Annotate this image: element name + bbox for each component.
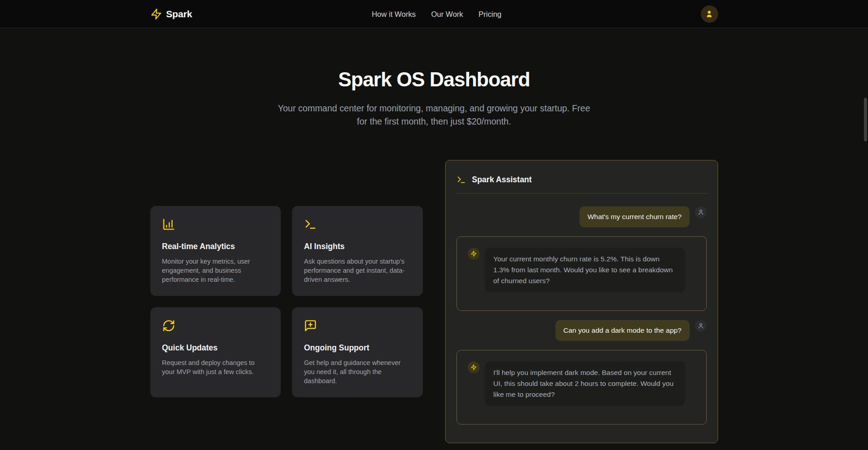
user-message-bubble: What's my current churn rate? <box>580 206 689 227</box>
spark-assistant-panel: Spark Assistant What's my current churn … <box>445 160 718 443</box>
spark-zap-icon <box>150 8 162 20</box>
feature-card-realtime-analytics[interactable]: Real-time Analytics Monitor your key met… <box>150 206 281 296</box>
terminal-icon <box>456 175 466 185</box>
feature-title: Real-time Analytics <box>162 242 269 251</box>
chat-message-assistant: I'll help you implement dark mode. Based… <box>456 350 707 425</box>
terminal-icon <box>304 218 411 231</box>
assistant-avatar-zap-icon <box>468 248 480 260</box>
nav-links: How it Works Our Work Pricing <box>372 10 501 18</box>
brand-name: Spark <box>166 9 192 20</box>
hero-section: Spark OS Dashboard Your command center f… <box>0 28 868 128</box>
message-square-plus-icon <box>304 319 411 332</box>
chat-message-assistant: Your current monthly churn rate is 5.2%.… <box>456 236 707 311</box>
feature-title: Ongoing Support <box>304 343 411 353</box>
nav-link-our-work[interactable]: Our Work <box>431 10 463 18</box>
feature-card-quick-updates[interactable]: Quick Updates Request and deploy changes… <box>150 307 281 397</box>
feature-card-ongoing-support[interactable]: Ongoing Support Get help and guidance wh… <box>292 307 423 397</box>
hero-subtitle: Your command center for monitoring, mana… <box>278 102 591 128</box>
top-nav: Spark How it Works Our Work Pricing <box>0 0 868 28</box>
refresh-icon <box>162 319 269 332</box>
account-avatar-button[interactable] <box>701 5 718 23</box>
feature-title: Quick Updates <box>162 343 269 353</box>
feature-card-ai-insights[interactable]: AI Insights Ask questions about your sta… <box>292 206 423 296</box>
nav-link-how-it-works[interactable]: How it Works <box>372 10 416 18</box>
main-content: Real-time Analytics Monitor your key met… <box>150 160 718 443</box>
chat-message-user: What's my current churn rate? <box>456 206 707 227</box>
feature-description: Ask questions about your startup's perfo… <box>304 257 411 284</box>
features-grid: Real-time Analytics Monitor your key met… <box>150 206 423 397</box>
scrollbar-thumb[interactable] <box>864 98 867 141</box>
user-message-bubble: Can you add a dark mode to the app? <box>556 320 689 341</box>
feature-description: Get help and guidance whenever you need … <box>304 358 411 385</box>
assistant-message-bubble: Your current monthly churn rate is 5.2%.… <box>485 248 685 292</box>
assistant-header: Spark Assistant <box>456 171 707 185</box>
page-title: Spark OS Dashboard <box>0 68 868 91</box>
assistant-message-bubble: I'll help you implement dark mode. Based… <box>485 361 685 406</box>
chat-messages: What's my current churn rate? Your curre… <box>456 206 707 425</box>
user-avatar <box>695 206 707 218</box>
bar-chart-icon <box>162 218 269 231</box>
chat-message-user: Can you add a dark mode to the app? <box>456 320 707 341</box>
feature-description: Request and deploy changes to your MVP w… <box>162 358 269 376</box>
nav-inner: Spark How it Works Our Work Pricing <box>150 0 718 28</box>
user-icon <box>705 10 714 18</box>
assistant-divider <box>456 193 707 194</box>
brand-logo[interactable]: Spark <box>150 8 192 20</box>
assistant-avatar-zap-icon <box>468 361 480 373</box>
feature-description: Monitor your key metrics, user engagemen… <box>162 257 269 284</box>
nav-link-pricing[interactable]: Pricing <box>479 10 501 18</box>
scrollbar-track[interactable] <box>863 28 868 450</box>
user-avatar <box>695 320 707 332</box>
assistant-title: Spark Assistant <box>472 175 532 185</box>
feature-title: AI Insights <box>304 242 411 251</box>
